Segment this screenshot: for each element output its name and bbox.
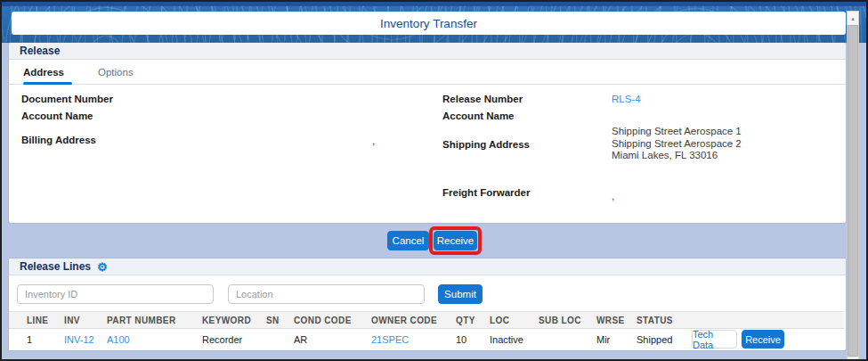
cell-qty: 10 xyxy=(456,334,466,345)
cell-keyword: Recorder xyxy=(202,334,242,345)
col-header-status: STATUS xyxy=(637,316,673,325)
billing-address-value: , xyxy=(372,135,375,146)
release-number-label: Release Number xyxy=(442,94,523,104)
scrollbar-thumb[interactable] xyxy=(848,25,858,357)
page-title: Inventory Transfer xyxy=(12,12,846,35)
release-lines-title: Release Lines xyxy=(20,260,91,273)
col-header-loc: LOC xyxy=(490,316,509,325)
account-name-left-label: Account Name xyxy=(21,111,93,121)
active-tab-underline xyxy=(23,82,72,85)
cell-cond-code: AR xyxy=(294,334,307,345)
release-tabs: Address Options xyxy=(9,60,846,85)
tab-options[interactable]: Options xyxy=(93,67,139,78)
col-header-sub-loc: SUB LOC xyxy=(539,316,581,325)
billing-address-label: Billing Address xyxy=(21,135,96,145)
release-number-link[interactable]: RLS-4 xyxy=(612,94,641,104)
row-receive-button[interactable]: Receive xyxy=(742,330,784,349)
location-input[interactable] xyxy=(228,284,425,304)
col-header-line: LINE xyxy=(27,316,48,325)
cell-inv-link[interactable]: INV-12 xyxy=(64,334,94,345)
tech-data-button[interactable]: Tech Data xyxy=(692,330,737,349)
shipping-address-line-3: Miami Lakes, FL 33016 xyxy=(612,150,742,162)
cell-part-number-link[interactable]: A100 xyxy=(107,334,130,345)
col-header-part-number: PART NUMBER xyxy=(107,316,176,325)
cell-status: Shipped xyxy=(637,334,672,345)
cell-owner-code-link[interactable]: 21SPEC xyxy=(371,334,409,345)
col-header-qty: QTY xyxy=(456,316,475,325)
release-lines-header: Release Lines ⚙ xyxy=(9,258,846,275)
release-section: Release Address Options Document Number … xyxy=(9,43,846,223)
col-header-wrse: WRSE xyxy=(596,316,625,325)
freight-forwarder-label: Freight Forwarder xyxy=(442,187,530,198)
receive-button[interactable]: Receive xyxy=(434,231,477,250)
col-header-keyword: KEYWORD xyxy=(202,316,251,325)
scrollbar-up-arrow-icon[interactable]: ▲ xyxy=(848,12,858,25)
inventory-id-input[interactable] xyxy=(17,284,214,304)
col-header-inv: INV xyxy=(64,316,80,325)
shipping-address-value: Shipping Street Aerospace 1 Shipping Str… xyxy=(612,126,742,162)
shipping-address-line-1: Shipping Street Aerospace 1 xyxy=(612,126,742,138)
document-number-label: Document Number xyxy=(21,94,113,104)
col-header-owner-code: OWNER CODE xyxy=(371,316,437,325)
table-row: 1 INV-12 A100 Recorder AR 21SPEC 10 Inac… xyxy=(9,329,844,350)
release-lines-section: Release Lines ⚙ Submit LINE INV PART NUM… xyxy=(9,258,846,350)
account-name-right-label: Account Name xyxy=(442,111,515,121)
submit-button[interactable]: Submit xyxy=(438,284,483,304)
inventory-transfer-screen: Inventory Transfer ▲ Release Address Opt… xyxy=(0,0,868,361)
release-section-title: Release xyxy=(20,45,60,57)
cell-loc: Inactive xyxy=(490,334,523,345)
lines-table-header: LINE INV PART NUMBER KEYWORD SN COND COD… xyxy=(9,311,844,329)
vertical-scrollbar[interactable]: ▲ xyxy=(847,11,859,361)
header-top-line xyxy=(2,2,868,6)
gear-icon[interactable]: ⚙ xyxy=(97,261,108,273)
cancel-button[interactable]: Cancel xyxy=(387,231,429,250)
shipping-address-line-2: Shipping Street Aerospace 2 xyxy=(612,138,742,151)
shipping-address-label: Shipping Address xyxy=(442,139,530,150)
col-header-sn: SN xyxy=(266,316,280,325)
receive-button-highlight: Receive xyxy=(429,226,482,255)
col-header-cond-code: COND CODE xyxy=(294,316,352,325)
tab-address[interactable]: Address xyxy=(18,67,69,78)
release-section-header: Release xyxy=(9,43,846,60)
cell-line: 1 xyxy=(27,334,32,345)
cell-wrse: Mir xyxy=(596,334,610,345)
freight-forwarder-value: , xyxy=(612,191,614,201)
